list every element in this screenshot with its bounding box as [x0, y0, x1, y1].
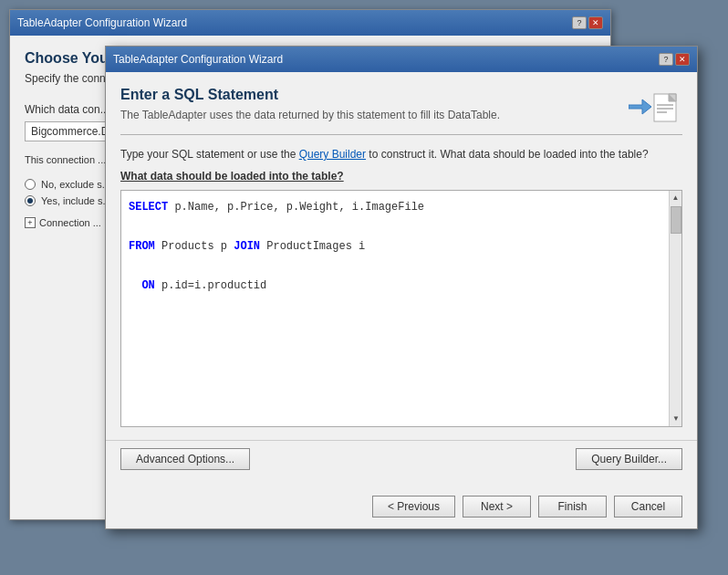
bg-help-button[interactable]: ?	[572, 16, 587, 29]
sql-keyword-select: SELECT	[129, 201, 168, 214]
fg-titlebar: TableAdapter Configuration Wizard ? ✕	[106, 47, 697, 72]
bg-radio-no-label: No, exclude s...	[41, 179, 110, 190]
sql-textarea-container: SELECT p.Name, p.Price, p.Weight, i.Imag…	[120, 190, 682, 427]
fg-sql-icon	[629, 87, 679, 140]
sql-keyword-from: FROM	[129, 240, 155, 253]
fg-dialog: TableAdapter Configuration Wizard ? ✕ En…	[105, 46, 698, 529]
bg-radio-yes-circle	[25, 195, 36, 206]
svg-marker-4	[629, 99, 651, 114]
fg-question: What data should be loaded into the tabl…	[120, 170, 682, 183]
sql-keyword-on: ON	[141, 279, 154, 292]
fg-bottom-bar: Advanced Options... Query Builder...	[106, 440, 697, 477]
fg-divider	[120, 134, 682, 135]
fg-subtitle: The TableAdapter uses the data returned …	[120, 109, 682, 121]
sql-keyword-join: JOIN	[234, 240, 260, 253]
sql-line-1: SELECT p.Name, p.Price, p.Weight, i.Imag…	[129, 198, 661, 218]
fg-titlebar-buttons: ? ✕	[659, 53, 690, 66]
bg-radio-no-circle	[25, 179, 36, 190]
sql-content-display: SELECT p.Name, p.Price, p.Weight, i.Imag…	[121, 191, 681, 304]
advanced-options-button[interactable]: Advanced Options...	[120, 448, 250, 470]
next-button[interactable]: Next >	[463, 496, 531, 518]
sql-scrollbar[interactable]: ▲ ▼	[669, 191, 681, 426]
expand-icon: +	[25, 217, 36, 228]
bg-radio-yes-label: Yes, include s...	[41, 195, 111, 206]
fg-instruction: Type your SQL statement or use the Query…	[120, 146, 682, 162]
bg-window-title: TableAdapter Configuration Wizard	[17, 16, 187, 29]
fg-content: Enter a SQL Statement The TableAdapter u…	[106, 72, 697, 451]
fg-nav-bar: < Previous Next > Finish Cancel	[106, 496, 697, 518]
fg-header: Enter a SQL Statement	[120, 87, 682, 103]
fg-help-button[interactable]: ?	[659, 53, 673, 66]
bg-connection-label: Connection ...	[39, 217, 101, 228]
sql-line-3: ON p.id=i.productid	[129, 277, 661, 297]
bg-titlebar-buttons: ? ✕	[572, 16, 603, 29]
scroll-up-arrow[interactable]: ▲	[671, 192, 681, 204]
previous-button[interactable]: < Previous	[372, 496, 455, 518]
sql-scrollbar-thumb[interactable]	[671, 206, 681, 234]
sql-on-clause: p.id=i.productid	[161, 279, 266, 292]
bg-titlebar: TableAdapter Configuration Wizard ? ✕	[10, 10, 610, 36]
query-builder-link[interactable]: Query Builder	[299, 148, 366, 161]
fg-title: TableAdapter Configuration Wizard	[113, 53, 283, 66]
sql-from-clause: Products p	[161, 240, 234, 253]
sql-line-2: FROM Products p JOIN ProductImages i	[129, 237, 661, 257]
scroll-down-arrow-container: ▼	[671, 412, 681, 426]
sql-select-cols: p.Name, p.Price, p.Weight, i.ImageFile	[174, 201, 424, 214]
sql-indent	[129, 279, 135, 292]
query-builder-button[interactable]: Query Builder...	[576, 448, 682, 470]
fg-close-button[interactable]: ✕	[675, 53, 690, 66]
cancel-button[interactable]: Cancel	[614, 496, 682, 518]
bg-close-button[interactable]: ✕	[588, 16, 603, 29]
scroll-down-arrow[interactable]: ▼	[672, 413, 680, 425]
sql-join-clause: ProductImages i	[266, 240, 365, 253]
finish-button[interactable]: Finish	[538, 496, 607, 518]
